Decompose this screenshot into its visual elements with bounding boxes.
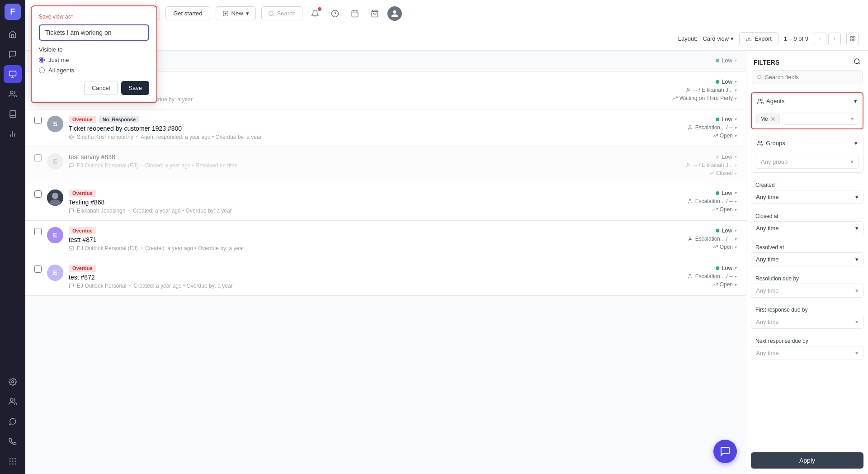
agent-info[interactable]: Escalation... / -- ▾ — [688, 198, 737, 204]
resolved-dropdown[interactable]: Any time ▾ — [751, 252, 863, 266]
sidebar-item-contacts[interactable] — [4, 85, 22, 103]
filters-search-icon[interactable] — [854, 58, 861, 66]
closed-dropdown[interactable]: Any time ▾ — [751, 221, 863, 235]
layout-label: Layout: — [678, 35, 698, 42]
ticket-title[interactable]: Testing #868 — [69, 199, 641, 206]
apply-button[interactable]: Apply — [751, 452, 863, 469]
agent-info[interactable]: -- / Elkkanah J... ▾ — [686, 162, 737, 168]
radio-all-agents-label: All agents — [48, 67, 74, 74]
status-info[interactable]: Open ▾ — [712, 281, 737, 288]
agent-dropdown[interactable]: ▾ — [783, 113, 858, 125]
groups-filter-header[interactable]: Groups ▾ — [751, 135, 863, 151]
nav-apps[interactable] — [4, 452, 22, 470]
ticket-checkbox[interactable] — [34, 154, 42, 161]
ticket-title[interactable]: test #872 — [69, 274, 641, 281]
status-info[interactable]: Open ▾ — [712, 206, 737, 213]
priority-badge[interactable]: Low ▾ — [716, 78, 737, 85]
status-info[interactable]: Open ▾ — [712, 244, 737, 250]
agent-info[interactable]: -- / Elkkanah J... ▾ — [686, 87, 737, 93]
priority-badge[interactable]: Low ▾ — [716, 153, 737, 160]
export-button[interactable]: Export — [739, 32, 778, 45]
search-button[interactable]: Search — [261, 6, 302, 20]
save-view-input[interactable] — [39, 24, 149, 41]
radio-just-me[interactable]: Just me — [39, 57, 149, 63]
priority-badge[interactable]: Low ▾ — [716, 116, 737, 123]
priority-chevron-icon: ▾ — [735, 190, 737, 195]
ticket-checkbox[interactable] — [34, 228, 42, 235]
agents-filter-section: Agents ▾ Me ✕ ▾ — [751, 92, 863, 129]
sidebar-item-team[interactable] — [4, 393, 22, 411]
ticket-checkbox[interactable] — [34, 265, 42, 273]
radio-just-me-input[interactable] — [39, 57, 45, 63]
ticket-time: Agent responded: a year ago • Overdue by… — [141, 134, 262, 140]
visible-to-label: Visible to — [39, 46, 149, 53]
ticket-title[interactable]: Ticket reopened by customer 1923 #800 — [69, 125, 641, 132]
save-button[interactable]: Save — [121, 81, 149, 95]
radio-all-agents-input[interactable] — [39, 67, 45, 73]
next-response-dropdown[interactable]: Any time ▾ — [751, 346, 863, 360]
calendar-icon[interactable] — [348, 6, 362, 21]
app-logo[interactable]: F — [5, 4, 21, 20]
grid-view-button[interactable] — [846, 33, 859, 45]
agent-info[interactable]: Escalation... / -- ▾ — [688, 124, 737, 131]
layout-select[interactable]: Card view ▾ — [703, 35, 734, 42]
status-info[interactable]: Waiting on Third Party ▾ — [672, 95, 737, 101]
priority-badge[interactable]: Low ▾ — [716, 190, 737, 196]
agents-filter-header[interactable]: Agents ▾ — [752, 93, 863, 109]
ticket-checkbox[interactable] — [34, 117, 42, 124]
radio-all-agents[interactable]: All agents — [39, 67, 149, 74]
status-info[interactable]: Closed ▾ — [709, 170, 737, 176]
agent-tag-remove[interactable]: ✕ — [770, 115, 776, 123]
ticket-right: Low ▾ Escalation... / -- ▾ Open ▾ — [646, 116, 737, 139]
sidebar-item-knowledge[interactable] — [4, 105, 22, 123]
table-row[interactable]: E Overdue testt #871 EJ Outlook Personal… — [25, 221, 746, 258]
sidebar-item-tickets[interactable] — [4, 65, 22, 83]
overdue-tag: Overdue — [69, 190, 96, 197]
sidebar-item-feedback[interactable] — [4, 412, 22, 431]
fab-button[interactable] — [713, 440, 737, 463]
agent-dropdown-chevron-icon: ▾ — [851, 115, 854, 122]
new-button[interactable]: New ▾ — [216, 6, 256, 20]
table-row[interactable]: E test survey #838 EJ Outlook Personal (… — [25, 147, 746, 183]
sidebar-item-reports[interactable] — [4, 125, 22, 143]
ticket-title[interactable]: testt #871 — [69, 236, 641, 243]
search-label: Search — [277, 10, 296, 17]
agent-info[interactable]: Escalation... / -- ▾ — [688, 236, 737, 242]
first-response-dropdown[interactable]: Any time ▾ — [751, 315, 863, 329]
shop-icon[interactable] — [368, 6, 382, 21]
prev-page-button[interactable]: ‹ — [814, 33, 826, 45]
ticket-contact: Elkkanah Jebasingh — [77, 208, 125, 214]
agent-info[interactable]: Escalation... / -- ▾ — [688, 273, 737, 280]
status-info[interactable]: Open ▾ — [712, 133, 737, 139]
sidebar-item-calls[interactable] — [4, 432, 22, 450]
cancel-button[interactable]: Cancel — [84, 81, 118, 95]
status-label: Open — [720, 206, 733, 213]
next-page-button[interactable]: › — [828, 33, 841, 45]
priority-chevron-icon: ▾ — [735, 228, 737, 233]
user-avatar[interactable] — [387, 6, 402, 21]
table-row[interactable]: Overdue Testing #868 Elkkanah Jebasingh … — [25, 183, 746, 221]
resolution-due-value: Any time — [756, 287, 779, 294]
sidebar-item-settings[interactable] — [4, 373, 22, 391]
groups-dropdown[interactable]: Any group ▾ — [756, 155, 859, 169]
priority-badge[interactable]: Low ▾ — [716, 227, 737, 234]
table-row[interactable]: E Overdue test #872 EJ Outlook Personal … — [25, 258, 746, 296]
svg-rect-32 — [850, 37, 852, 38]
help-icon[interactable] — [328, 6, 342, 21]
ticket-body: Overdue Testing #868 Elkkanah Jebasingh … — [69, 190, 641, 214]
filter-search-box[interactable] — [752, 70, 863, 84]
search-fields-input[interactable] — [765, 74, 858, 81]
table-row[interactable]: S Overdue No_Response Ticket reopened by… — [25, 109, 746, 147]
created-dropdown[interactable]: Any time ▾ — [751, 190, 863, 204]
sidebar-item-home[interactable] — [4, 25, 22, 43]
ticket-checkbox[interactable] — [34, 190, 42, 198]
resolution-due-dropdown[interactable]: Any time ▾ — [751, 284, 863, 298]
sidebar-item-chat[interactable] — [4, 45, 22, 63]
get-started-button[interactable]: Get started — [165, 6, 210, 20]
priority-chevron-icon: ▾ — [735, 117, 737, 122]
priority-badge[interactable]: Low ▾ — [716, 57, 737, 64]
priority-badge[interactable]: Low ▾ — [716, 265, 737, 271]
ticket-title[interactable]: test survey #838 — [69, 153, 641, 161]
notification-icon[interactable] — [308, 6, 322, 21]
svg-point-53 — [758, 141, 760, 143]
